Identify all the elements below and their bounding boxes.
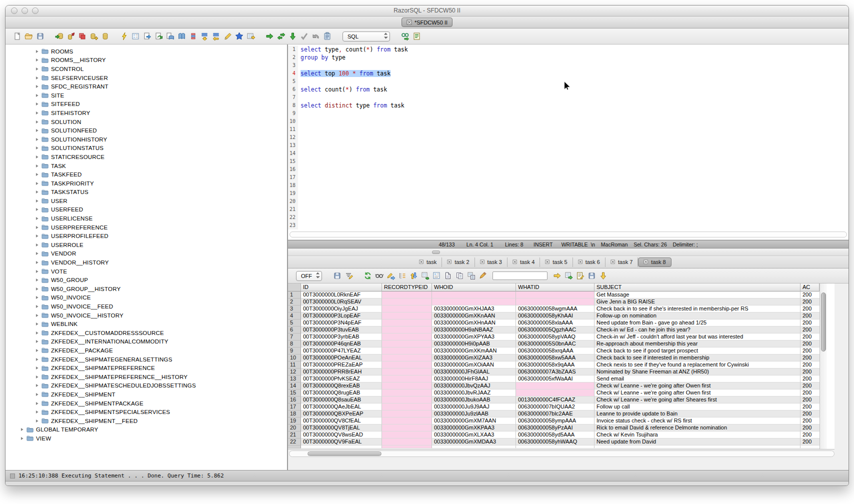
- expand-triangle-icon[interactable]: [34, 207, 40, 212]
- cell[interactable]: 0033000000GmXHJAA3: [432, 306, 516, 312]
- cell[interactable]: 0033000000JFhGlAAL: [432, 368, 516, 376]
- results-button-save-results[interactable]: [586, 270, 598, 282]
- cell[interactable]: 0033000000GmXLXAA3: [432, 432, 516, 438]
- expand-triangle-icon[interactable]: [34, 304, 40, 309]
- cell[interactable]: 00630000007bIQUAA2: [516, 404, 594, 410]
- row-number[interactable]: 22: [288, 438, 301, 446]
- toolbar-button-star-favorites[interactable]: [234, 30, 245, 42]
- expand-triangle-icon[interactable]: [20, 436, 24, 441]
- cell[interactable]: 200: [800, 298, 820, 306]
- row-number[interactable]: 3: [288, 306, 301, 312]
- toolbar-button-page-refresh[interactable]: [153, 30, 164, 42]
- cell[interactable]: 00T3000000L0RqSEAV: [301, 298, 382, 306]
- column-header-whatid[interactable]: WHATID: [516, 284, 594, 292]
- expand-triangle-icon[interactable]: [34, 242, 40, 248]
- cell[interactable]: 200: [800, 438, 820, 446]
- cell[interactable]: 0033000000GmXMDAA3: [432, 438, 516, 446]
- result-tab-task-6[interactable]: task 6: [573, 258, 606, 267]
- cell[interactable]: 0033000000GmXM7AAN: [432, 418, 516, 424]
- toolbar-button-clipboard-paste[interactable]: [322, 30, 333, 42]
- cell[interactable]: [382, 438, 432, 446]
- cell[interactable]: [382, 418, 432, 424]
- table-row[interactable]: 500T3000000P3N4pEAF0033000000GmXHnAAN006…: [288, 320, 820, 326]
- cell[interactable]: [382, 396, 432, 404]
- cell[interactable]: 0013000000C4fFCAAZ: [516, 396, 594, 404]
- result-tab-close-icon[interactable]: [578, 260, 583, 264]
- toolbar-button-new-file[interactable]: [12, 30, 23, 42]
- toolbar-button-db-disconnect[interactable]: [65, 30, 76, 42]
- cell[interactable]: 006300000058ypVAAQ: [516, 334, 594, 340]
- tree-item-userfeed[interactable]: USERFEED: [6, 206, 287, 214]
- cell[interactable]: Check nexis to see if they've found a re…: [594, 362, 800, 368]
- expand-triangle-icon[interactable]: [34, 137, 40, 142]
- tree-item-vote[interactable]: VOTE: [6, 267, 287, 276]
- toolbar-button-describe-list[interactable]: [411, 30, 422, 42]
- cell[interactable]: 006300000058xlaAAA: [516, 320, 594, 326]
- table-row[interactable]: 100T3000000L0RknEAFGet Massage200: [288, 292, 820, 298]
- toolbar-button-down-green[interactable]: [287, 30, 298, 42]
- cell[interactable]: 200: [800, 334, 820, 340]
- cell[interactable]: Re-approach about membership this year: [594, 340, 800, 348]
- cell[interactable]: Check back to see if interested in membe…: [594, 354, 800, 362]
- cell[interactable]: 00T3000000PREZaEAP: [301, 362, 382, 368]
- toolbar-button-execute-lightning[interactable]: [118, 30, 130, 42]
- tree-item-sfdc-registrant[interactable]: SFDC_REGISTRANT: [6, 82, 287, 91]
- cell[interactable]: [516, 292, 594, 298]
- results-button-script-edit[interactable]: [574, 270, 586, 282]
- cell[interactable]: [432, 298, 516, 306]
- tree-item-vendor-history[interactable]: VENDOR__HISTORY: [6, 258, 287, 267]
- table-row[interactable]: 900T3000000P47LYEAZ0033000000GmXKmAAN006…: [288, 348, 820, 354]
- cell[interactable]: 006300000058yKhAAI: [516, 312, 594, 320]
- cell[interactable]: 006300000058xw5AAA: [516, 354, 594, 362]
- tree-item-weblink[interactable]: WEBLINK: [6, 320, 287, 328]
- cell[interactable]: [382, 424, 432, 432]
- cell[interactable]: 200: [800, 390, 820, 396]
- cell[interactable]: 00630000005xfWaAAI: [516, 376, 594, 382]
- results-button-copy-results[interactable]: [454, 270, 466, 282]
- cell[interactable]: Leanne to provide update to Bain: [594, 410, 800, 418]
- row-number[interactable]: 6: [288, 326, 301, 334]
- cell[interactable]: 00T3000000PfvKSEAZ: [301, 376, 382, 382]
- expand-triangle-icon[interactable]: [34, 322, 40, 326]
- expand-triangle-icon[interactable]: [34, 154, 40, 160]
- expand-triangle-icon[interactable]: [34, 58, 40, 62]
- cell[interactable]: [382, 312, 432, 320]
- tree-item-view[interactable]: VIEW: [6, 434, 287, 443]
- cell[interactable]: Check back in to see if she's interested…: [594, 306, 800, 312]
- cell[interactable]: [382, 292, 432, 298]
- cell[interactable]: 00630000007A3bZAAS: [516, 368, 594, 376]
- tree-item-sitehistory[interactable]: SITEHISTORY: [6, 108, 287, 118]
- table-row[interactable]: 1400T3000000Q8rexEAB0033000000JbvQzAAJCh…: [288, 382, 820, 390]
- results-button-refresh-green[interactable]: [362, 270, 374, 282]
- cell[interactable]: [382, 340, 432, 348]
- tree-item-userlicense[interactable]: USERLICENSE: [6, 214, 287, 223]
- cell[interactable]: 00T3000000P3tuvEAB: [301, 326, 382, 334]
- cell[interactable]: 0033000000GmXPYAA3: [432, 334, 516, 340]
- cell[interactable]: 0033000000JbvQzAAJ: [432, 382, 516, 390]
- cell[interactable]: 00T3000000QV8CfEAL: [301, 418, 382, 424]
- expand-triangle-icon[interactable]: [20, 427, 24, 432]
- tree-item-rooms-history[interactable]: ROOMS__HISTORY: [6, 56, 287, 65]
- cell[interactable]: 200: [800, 326, 820, 334]
- results-button-table-copy[interactable]: [466, 270, 477, 282]
- cell[interactable]: 00T3000000QV8TjEAL: [301, 424, 382, 432]
- expand-triangle-icon[interactable]: [34, 66, 40, 72]
- expand-triangle-icon[interactable]: [34, 392, 40, 397]
- cell[interactable]: 006300000058yPzAAI: [516, 424, 594, 432]
- toolbar-button-db-add[interactable]: [88, 30, 100, 42]
- expand-triangle-icon[interactable]: [34, 234, 40, 238]
- cell[interactable]: 006300000058wgmAAA: [516, 306, 594, 312]
- table-row[interactable]: 1100T3000000PREZaEAP0033000000GmXOiAAN00…: [288, 362, 820, 368]
- expand-triangle-icon[interactable]: [34, 251, 40, 256]
- cell[interactable]: 200: [800, 368, 820, 376]
- cell[interactable]: 00630000007blc2AAE: [516, 410, 594, 418]
- cell[interactable]: 00T3000000P3N4pEAF: [301, 320, 382, 326]
- cell[interactable]: 0033000000Ju9J9AAJ: [432, 404, 516, 410]
- tree-item-taskstatus[interactable]: TASKSTATUS: [6, 188, 287, 197]
- row-number[interactable]: 21: [288, 432, 301, 438]
- tree-item-zkfedex-shipmatescheduledjobssettings[interactable]: ZKFEDEX__SHIPMATESCHEDULEDJOBSSETTINGS: [6, 382, 287, 390]
- cell[interactable]: [382, 348, 432, 354]
- cell[interactable]: 200: [800, 424, 820, 432]
- row-number[interactable]: 4: [288, 312, 301, 320]
- cell[interactable]: 200: [800, 362, 820, 368]
